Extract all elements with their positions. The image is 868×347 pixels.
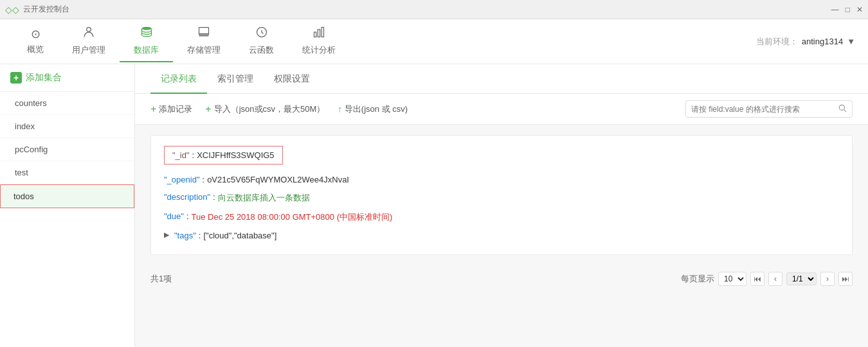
nav-label-storage: 存储管理 xyxy=(187,44,221,56)
tabs: 记录列表 索引管理 权限设置 xyxy=(135,64,868,94)
sidebar-item-label: pcConfig xyxy=(15,145,48,154)
search-box[interactable] xyxy=(685,100,853,118)
sidebar-item-counters[interactable]: counters xyxy=(0,92,134,115)
description-value: 向云数据库插入一条数据 xyxy=(218,192,310,204)
tab-records[interactable]: 记录列表 xyxy=(150,64,207,94)
titlebar: ◇◇ 云开发控制台 — □ ✕ xyxy=(0,0,868,19)
tab-permissions[interactable]: 权限设置 xyxy=(264,64,320,94)
description-key: "description" xyxy=(164,192,210,202)
nav-label-overview: 概览 xyxy=(27,44,44,55)
sidebar-item-label: index xyxy=(15,121,35,131)
page-number-select[interactable]: 1/1 xyxy=(786,272,817,285)
id-value: XCIJFHffS3SWQIG5 xyxy=(197,150,274,160)
nav-label-users: 用户管理 xyxy=(72,44,105,56)
page-info: 1/1 xyxy=(786,272,817,285)
env-dropdown-icon[interactable]: ▼ xyxy=(847,37,855,46)
nav-item-users[interactable]: 用户管理 xyxy=(58,21,120,62)
users-icon xyxy=(82,26,95,42)
prev-page-button[interactable]: ‹ xyxy=(768,272,782,286)
nav-item-storage[interactable]: 存储管理 xyxy=(173,21,235,62)
nav-item-functions[interactable]: 云函数 xyxy=(235,21,288,62)
tags-value: ["cloud","database"] xyxy=(203,231,276,240)
nav-label-functions: 云函数 xyxy=(249,44,274,56)
openid-value: oV21c5V65FqWYMOXL2Wee4JxNvaI xyxy=(207,175,349,184)
svg-point-1 xyxy=(141,27,151,30)
tags-expand-icon[interactable]: ▶ xyxy=(164,231,169,239)
openid-key: "_openid" xyxy=(164,175,200,184)
app-title: 云开发控制台 xyxy=(23,4,69,15)
id-key: "_id" xyxy=(172,150,190,160)
nav-label-database: 数据库 xyxy=(134,44,159,56)
titlebar-controls[interactable]: — □ ✕ xyxy=(831,5,863,14)
nav-item-stats[interactable]: 统计分析 xyxy=(288,21,350,62)
sidebar-item-label: todos xyxy=(14,191,34,201)
main-layout: + 添加集合 counters index pcConfig test todo… xyxy=(0,64,868,347)
content-area: 记录列表 索引管理 权限设置 + 添加记录 + 导入（json或csv，最大50… xyxy=(135,64,868,347)
record-id-row-container: "_id" : XCIJFHffS3SWQIG5 xyxy=(164,146,839,167)
app-icon: ◇◇ xyxy=(5,4,19,15)
due-key: "due" xyxy=(164,211,184,221)
sidebar-item-todos[interactable]: todos xyxy=(0,184,134,208)
record-description-row: "description" : 向云数据库插入一条数据 xyxy=(164,188,839,208)
record-openid-row: "_openid" : oV21c5V65FqWYMOXL2Wee4JxNvaI xyxy=(164,171,839,188)
tags-key: "tags" xyxy=(174,231,196,240)
total-count: 共1项 xyxy=(150,273,172,285)
due-value: Tue Dec 25 2018 08:00:00 GMT+0800 (中国标准时… xyxy=(192,211,393,223)
first-page-button[interactable]: ⏮ xyxy=(750,272,764,286)
tab-index[interactable]: 索引管理 xyxy=(207,64,264,94)
stats-icon xyxy=(312,26,325,42)
env-label: 当前环境： xyxy=(756,36,798,48)
add-record-label: 添加记录 xyxy=(159,103,192,115)
export-button[interactable]: ↑ 导出(json 或 csv) xyxy=(338,103,408,115)
search-icon xyxy=(838,103,847,114)
minimize-button[interactable]: — xyxy=(831,5,839,14)
add-record-button[interactable]: + 添加记录 xyxy=(150,103,192,115)
svg-rect-6 xyxy=(321,28,323,37)
add-collection-button[interactable]: + 添加集合 xyxy=(0,64,134,92)
record-area: "_id" : XCIJFHffS3SWQIG5 "_openid" : oV2… xyxy=(150,135,853,255)
topnav: ⊙ 概览 用户管理 数据库 存储管理 云函数 xyxy=(0,19,868,64)
page-size-select[interactable]: 10 20 50 xyxy=(718,272,746,286)
export-up-icon: ↑ xyxy=(338,104,342,114)
nav-item-overview[interactable]: ⊙ 概览 xyxy=(13,22,58,62)
close-button[interactable]: ✕ xyxy=(856,5,863,14)
nav-item-database[interactable]: 数据库 xyxy=(120,21,173,62)
import-plus-icon: + xyxy=(205,103,211,115)
svg-line-8 xyxy=(844,110,846,112)
sidebar-item-index[interactable]: index xyxy=(0,115,134,138)
record-due-row: "due" : Tue Dec 25 2018 08:00:00 GMT+080… xyxy=(164,208,839,227)
sidebar-item-test[interactable]: test xyxy=(0,161,134,184)
svg-rect-4 xyxy=(314,32,316,37)
export-label: 导出(json 或 csv) xyxy=(345,103,408,115)
toolbar-left: + 添加记录 + 导入（json或csv，最大50M） ↑ 导出(json 或 … xyxy=(150,103,408,115)
add-record-plus-icon: + xyxy=(150,103,156,115)
plus-icon: + xyxy=(10,72,22,84)
sidebar: + 添加集合 counters index pcConfig test todo… xyxy=(0,64,135,347)
overview-icon: ⊙ xyxy=(31,27,41,41)
svg-point-7 xyxy=(839,105,844,110)
last-page-button[interactable]: ⏭ xyxy=(838,272,853,286)
import-label: 导入（json或csv，最大50M） xyxy=(214,103,325,115)
import-button[interactable]: + 导入（json或csv，最大50M） xyxy=(205,103,325,115)
sidebar-item-label: counters xyxy=(15,98,47,108)
pagination: 每页显示 10 20 50 ⏮ ‹ 1/1 › ⏭ xyxy=(681,272,853,286)
maximize-button[interactable]: □ xyxy=(845,5,850,14)
add-collection-label: 添加集合 xyxy=(26,72,62,84)
sidebar-item-pcconfig[interactable]: pcConfig xyxy=(0,138,134,161)
titlebar-left: ◇◇ 云开发控制台 xyxy=(5,4,69,15)
svg-point-0 xyxy=(87,28,91,32)
next-page-button[interactable]: › xyxy=(820,272,835,286)
record-id-row: "_id" : XCIJFHffS3SWQIG5 xyxy=(164,146,283,165)
database-icon xyxy=(140,26,153,42)
env-value: anting1314 xyxy=(802,37,843,46)
svg-rect-5 xyxy=(318,30,320,37)
nav-items: ⊙ 概览 用户管理 数据库 存储管理 云函数 xyxy=(13,21,350,62)
sidebar-item-label: test xyxy=(15,168,28,177)
toolbar: + 添加记录 + 导入（json或csv，最大50M） ↑ 导出(json 或 … xyxy=(135,94,868,125)
functions-icon xyxy=(255,26,268,42)
record-footer: 共1项 每页显示 10 20 50 ⏮ ‹ 1/1 › ⏭ xyxy=(135,265,868,292)
nav-label-stats: 统计分析 xyxy=(302,44,336,56)
storage-icon xyxy=(197,26,210,42)
record-tags-row: ▶ "tags" : ["cloud","database"] xyxy=(164,227,839,244)
search-input[interactable] xyxy=(691,105,834,114)
